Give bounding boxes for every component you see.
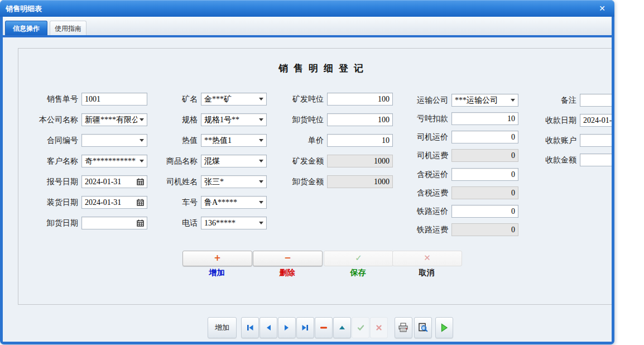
calendar-icon[interactable] [137, 199, 144, 206]
print-preview-button[interactable] [414, 317, 432, 338]
our-company-name-select[interactable]: 新疆****有限公司 [81, 113, 147, 126]
rail-freight-rate-input[interactable]: 0 [451, 205, 518, 218]
receipt-amount-input[interactable] [580, 154, 612, 166]
tonnage-loss-deduction-input[interactable]: 10 [451, 112, 518, 125]
calendar-icon[interactable] [137, 219, 144, 227]
tab-user-guide[interactable]: 使用指南 [50, 21, 86, 35]
field-our-company-name: 本公司名称新疆****有限公司 [22, 113, 147, 126]
play-icon [440, 323, 448, 332]
last-record-button[interactable] [296, 317, 314, 338]
field-value: 0 [455, 189, 515, 198]
contract-no-select[interactable] [81, 134, 147, 147]
remark-input[interactable] [580, 94, 612, 107]
cancel-edit-button[interactable] [370, 317, 388, 338]
unload-tonnage-input[interactable]: 100 [327, 113, 393, 126]
field-value: 0 [455, 151, 515, 160]
next-record-button[interactable] [278, 317, 296, 338]
field-label-transport-company: 运输公司 [407, 94, 448, 107]
field-receipt-date: 收款日期2024-01-31 [537, 114, 612, 127]
field-label-rail-freight-rate: 铁路运价 [407, 205, 448, 218]
field-value: 10 [330, 136, 390, 145]
field-value: 100 [330, 95, 390, 104]
first-record-button[interactable] [241, 317, 259, 338]
field-value: 张三* [204, 177, 257, 187]
field-value: 混煤 [204, 156, 257, 166]
check-icon [357, 324, 364, 331]
button-label: 增加 [215, 323, 229, 333]
field-label-driver-name: 司机姓名 [165, 175, 198, 188]
field-transport-company: 运输公司***运输公司 [407, 94, 518, 107]
calorific-value-select[interactable]: **热值1 [201, 134, 267, 147]
execute-button[interactable] [435, 317, 453, 338]
driver-name-select[interactable]: 张三* [201, 175, 267, 188]
edit-record-button[interactable] [333, 317, 351, 338]
field-label-tonnage-loss-deduction: 亏吨扣款 [407, 112, 448, 125]
field-rail-freight: 铁路运费0 [407, 223, 518, 236]
prev-icon [265, 324, 272, 331]
delete-action-button[interactable]: − [253, 251, 323, 266]
next-icon [283, 324, 290, 331]
unit-price-input[interactable]: 10 [327, 134, 393, 147]
save-action-label: 保存 [324, 268, 392, 278]
field-value: 奇*********** [85, 156, 137, 166]
dropdown-arrow-icon [511, 99, 515, 102]
dropdown-arrow-icon [259, 222, 263, 224]
field-value: 2024-01-31 [85, 178, 135, 186]
add-action-button[interactable]: + [182, 251, 252, 266]
phone-select[interactable]: 136***** [201, 217, 267, 229]
add-record-button[interactable]: 增加 [208, 317, 237, 338]
field-report-date: 报号日期2024-01-31 [22, 175, 147, 188]
field-value: 2024-01-31 [85, 198, 135, 207]
report-date-date-input[interactable]: 2024-01-31 [81, 175, 147, 188]
taxed-freight-rate-input[interactable]: 0 [451, 168, 518, 181]
field-label-product-name: 商品名称 [165, 155, 198, 167]
dialog-body: 信息操作 使用指南 销售明细登记 销售单号1001本公司名称新疆****有限公司… [3, 17, 612, 342]
field-value: 1001 [85, 95, 144, 104]
close-icon[interactable]: ✕ [597, 3, 608, 14]
print-button[interactable] [395, 317, 412, 338]
mine-tonnage-input[interactable]: 100 [327, 93, 393, 106]
post-record-button[interactable] [352, 317, 369, 338]
field-calorific-value: 热值**热值1 [165, 134, 267, 147]
tab-bar: 信息操作 使用指南 [3, 17, 612, 37]
preview-icon [418, 323, 428, 333]
sales-order-no-input[interactable]: 1001 [81, 93, 147, 106]
spec-select[interactable]: 规格1号** [201, 113, 267, 126]
tab-info-operation[interactable]: 信息操作 [5, 21, 47, 35]
receipt-account-input[interactable] [580, 134, 612, 147]
dropdown-arrow-icon [259, 139, 263, 142]
calendar-icon[interactable] [137, 178, 144, 185]
receipt-date-input[interactable]: 2024-01-31 [580, 114, 612, 127]
field-value: 10 [455, 114, 515, 123]
transport-company-select[interactable]: ***运输公司 [451, 94, 518, 107]
mine-amount-input: 1000 [327, 155, 393, 167]
field-label-spec: 规格 [165, 113, 198, 126]
dropdown-arrow-icon [259, 201, 263, 204]
delete-record-button[interactable] [315, 317, 333, 338]
field-label-driver-freight-rate: 司机运价 [407, 131, 448, 143]
dropdown-arrow-icon [140, 160, 144, 162]
driver-freight-rate-input[interactable]: 0 [451, 131, 518, 143]
field-unloading-date: 卸货日期 [22, 217, 147, 229]
loading-date-date-input[interactable]: 2024-01-31 [81, 196, 147, 209]
customer-name-select[interactable]: 奇*********** [81, 155, 147, 167]
field-value: 0 [455, 170, 515, 179]
field-remark: 备注 [537, 94, 612, 107]
product-name-select[interactable]: 混煤 [201, 155, 267, 167]
dropdown-arrow-icon [259, 118, 263, 121]
dropdown-arrow-icon [140, 118, 144, 121]
field-value: ***运输公司 [455, 95, 508, 106]
cancel-icon: ✕ [424, 253, 431, 263]
dialog-titlebar[interactable]: 销售明细表 ✕ [0, 0, 614, 17]
field-driver-freight: 司机运费0 [407, 149, 518, 162]
form-title: 销售明细登记 [3, 62, 612, 75]
sales-detail-dialog: 销售明细表 ✕ 信息操作 使用指南 销售明细登记 销售单号1001本公司名称新疆… [0, 0, 614, 344]
unloading-date-date-input[interactable] [81, 217, 147, 229]
last-icon [301, 324, 309, 331]
prior-record-button[interactable] [259, 317, 277, 338]
field-taxed-freight: 含税运费0 [407, 186, 518, 199]
cancel-action-button[interactable]: ✕ [392, 251, 462, 266]
truck-no-select[interactable]: 鲁A***** [201, 196, 267, 209]
mine-name-select[interactable]: 金***矿 [201, 93, 267, 106]
save-action-button[interactable]: ✓ [324, 251, 393, 266]
